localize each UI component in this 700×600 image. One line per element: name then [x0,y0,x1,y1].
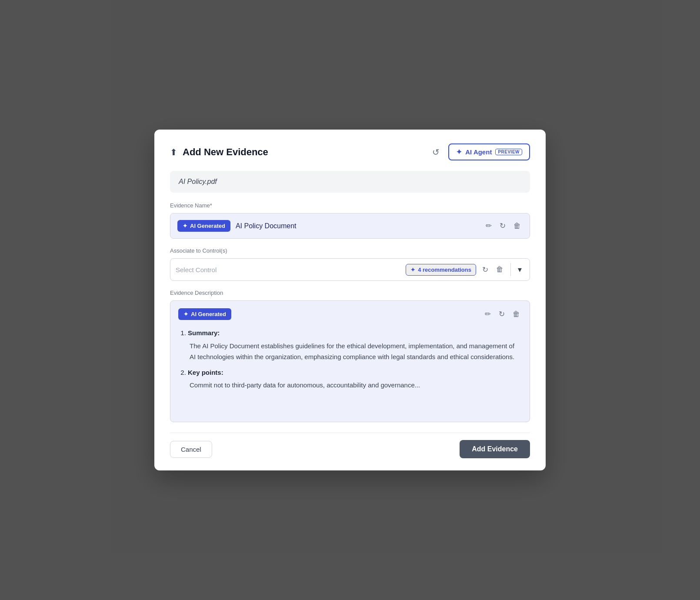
description-content: Summary: The AI Policy Document establis… [178,327,522,391]
evidence-name-actions: ✏ ↻ 🗑 [484,220,523,232]
modal-header: ⬆ Add New Evidence ↺ ✦ AI Agent PREVIEW [170,143,530,160]
evidence-name-refresh-button[interactable]: ↻ [498,220,507,232]
item1-label: Summary: [188,329,220,337]
preview-badge: PREVIEW [495,149,522,155]
file-name-box: AI Policy.pdf [170,171,530,193]
control-right-actions: ↻ 🗑 ▾ [480,263,524,276]
description-header: ✦ AI Generated ✏ ↻ 🗑 [178,308,522,320]
modal-title: Add New Evidence [183,147,268,158]
divider [510,263,511,276]
control-refresh-button[interactable]: ↻ [480,263,491,276]
control-select-row[interactable]: Select Control ✦ 4 recommendations ↻ 🗑 ▾ [170,258,530,281]
description-delete-button[interactable]: 🗑 [511,308,522,320]
evidence-name-ai-badge: ✦ AI Generated [177,220,230,232]
item2-text: Commit not to third-party data for auton… [188,380,522,391]
modal-overlay: ⬆ Add New Evidence ↺ ✦ AI Agent PREVIEW … [0,0,700,600]
description-item-1: Summary: The AI Policy Document establis… [188,327,522,363]
description-section: Evidence Description ✦ AI Generated ✏ ↻ … [170,290,530,422]
ai-agent-label: AI Agent [465,148,492,156]
item1-text: The AI Policy Document establishes guide… [188,340,522,363]
control-chevron-button[interactable]: ▾ [515,263,524,276]
rec-sparkle: ✦ [410,267,415,273]
add-evidence-button[interactable]: Add Evidence [460,440,530,458]
modal-footer: Cancel Add Evidence [170,433,530,458]
field-left: ✦ AI Generated AI Policy Document [177,220,297,232]
description-ai-badge: ✦ AI Generated [178,308,231,320]
required-star: * [210,202,212,209]
evidence-name-label: Evidence Name* [170,202,530,209]
evidence-name-edit-button[interactable]: ✏ [484,220,493,232]
evidence-name-field: ✦ AI Generated AI Policy Document ✏ ↻ 🗑 [170,213,530,239]
control-delete-button[interactable]: 🗑 [493,263,506,276]
back-button[interactable]: ↺ [429,145,443,159]
evidence-name-section: Evidence Name* ✦ AI Generated AI Policy … [170,202,530,239]
desc-badge-sparkle: ✦ [183,311,188,317]
sparkle-icon: ✦ [456,148,462,156]
description-actions: ✏ ↻ 🗑 [483,308,522,320]
badge-sparkle: ✦ [183,223,187,229]
evidence-name-delete-button[interactable]: 🗑 [512,220,523,232]
header-actions: ↺ ✦ AI Agent PREVIEW [429,143,530,160]
add-evidence-modal: ⬆ Add New Evidence ↺ ✦ AI Agent PREVIEW … [154,130,546,470]
ai-agent-button[interactable]: ✦ AI Agent PREVIEW [448,143,530,160]
rec-label: 4 recommendations [418,267,471,273]
control-placeholder: Select Control [176,266,406,273]
description-refresh-button[interactable]: ↻ [497,308,507,320]
file-name-text: AI Policy.pdf [179,178,217,185]
cancel-button[interactable]: Cancel [170,441,212,458]
description-edit-button[interactable]: ✏ [483,308,493,320]
description-item-2: Key points: Commit not to third-party da… [188,367,522,391]
description-box: ✦ AI Generated ✏ ↻ 🗑 Summary: The AI Pol… [170,300,530,422]
description-label: Evidence Description [170,290,530,296]
upload-icon: ⬆ [170,147,177,157]
title-group: ⬆ Add New Evidence [170,147,268,158]
recommendations-button[interactable]: ✦ 4 recommendations [406,264,476,276]
associate-section: Associate to Control(s) Select Control ✦… [170,247,530,281]
evidence-name-value: AI Policy Document [236,222,297,230]
item2-label: Key points: [188,369,223,376]
associate-label: Associate to Control(s) [170,247,530,254]
